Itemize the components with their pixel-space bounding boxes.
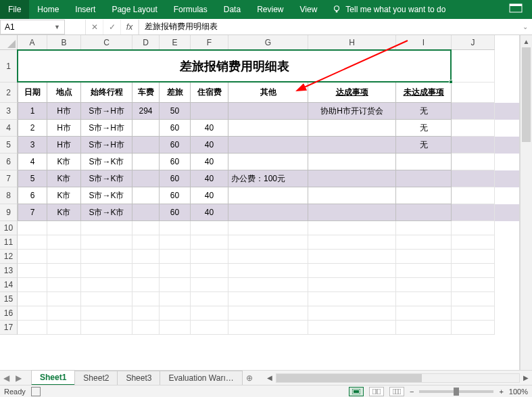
cell-j2[interactable] <box>452 83 495 103</box>
cell-blank[interactable] <box>18 321 47 335</box>
cell-blank[interactable] <box>18 264 47 278</box>
cell-blank[interactable] <box>47 264 81 278</box>
header-3[interactable]: 车费 <box>132 83 160 103</box>
row-header-2[interactable]: 2 <box>0 83 18 103</box>
header-0[interactable]: 日期 <box>18 83 47 103</box>
cell-blank[interactable] <box>452 278 495 292</box>
cell-blank[interactable] <box>452 292 495 306</box>
cell-blank[interactable] <box>81 250 132 264</box>
macro-record-icon[interactable] <box>31 387 41 396</box>
cell-blank[interactable] <box>132 264 160 278</box>
data-r6-c5[interactable]: 40 <box>191 187 228 204</box>
cell-blank[interactable] <box>308 292 396 306</box>
vertical-scroll-thumb[interactable] <box>522 47 531 142</box>
data-r2-c4[interactable]: 60 <box>160 120 191 137</box>
cell-blank[interactable] <box>47 292 81 306</box>
header-6[interactable]: 其他 <box>228 83 308 103</box>
ribbon-tab-insert[interactable]: Insert <box>67 0 103 19</box>
data-r3-c4[interactable]: 60 <box>160 137 191 154</box>
cell-blank[interactable] <box>191 264 228 278</box>
row-header-8[interactable]: 8 <box>0 187 18 204</box>
sheet-tab-sheet1[interactable]: Sheet1 <box>31 370 75 386</box>
view-normal-icon[interactable] <box>349 387 364 396</box>
data-r1-c7[interactable]: 协助H市开订货会 <box>308 103 396 120</box>
data-r2-c2[interactable]: S市→H市 <box>81 120 132 137</box>
cell-blank[interactable] <box>191 321 228 335</box>
cell-blank[interactable] <box>47 221 81 235</box>
cell-j3[interactable] <box>452 103 495 120</box>
cell-blank[interactable] <box>452 306 495 321</box>
cell-blank[interactable] <box>396 321 452 335</box>
data-r6-c8[interactable] <box>396 187 452 204</box>
cell-blank[interactable] <box>228 235 308 250</box>
data-r5-c7[interactable] <box>308 170 396 187</box>
view-pagebreak-icon[interactable] <box>389 387 404 396</box>
title-cell[interactable]: 差旅报销费用明细表 <box>18 50 452 83</box>
cell-blank[interactable] <box>160 250 191 264</box>
cell-blank[interactable] <box>452 235 495 250</box>
data-r3-c2[interactable]: S市→H市 <box>81 137 132 154</box>
cell-blank[interactable] <box>18 221 47 235</box>
row-header-9[interactable]: 9 <box>0 204 18 221</box>
header-5[interactable]: 住宿费 <box>191 83 228 103</box>
header-4[interactable]: 差旅 <box>160 83 191 103</box>
header-1[interactable]: 地点 <box>47 83 81 103</box>
data-r3-c8[interactable]: 无 <box>396 137 452 154</box>
cell-blank[interactable] <box>81 292 132 306</box>
column-header-C[interactable]: C <box>81 35 132 50</box>
column-header-J[interactable]: J <box>452 35 495 50</box>
vertical-scrollbar[interactable]: ▲ ▼ <box>520 35 532 379</box>
data-r3-c7[interactable] <box>308 137 396 154</box>
sheet-tab-sheet2[interactable]: Sheet2 <box>74 371 118 385</box>
data-r7-c5[interactable]: 40 <box>191 204 228 221</box>
ribbon-tab-pagelayout[interactable]: Page Layout <box>103 0 165 19</box>
cell-j1[interactable] <box>452 50 495 83</box>
column-header-F[interactable]: F <box>191 35 228 50</box>
row-header-12[interactable]: 12 <box>0 250 18 264</box>
cell-blank[interactable] <box>228 321 308 335</box>
sheet-tab-sheet3[interactable]: Sheet3 <box>117 371 160 385</box>
cell-blank[interactable] <box>81 264 132 278</box>
row-header-3[interactable]: 3 <box>0 103 18 120</box>
vertical-scroll-track[interactable] <box>521 47 532 367</box>
column-header-G[interactable]: G <box>228 35 308 50</box>
cell-blank[interactable] <box>228 306 308 321</box>
cell-blank[interactable] <box>191 221 228 235</box>
data-r3-c3[interactable] <box>132 137 160 154</box>
row-header-7[interactable]: 7 <box>0 170 18 187</box>
cell-blank[interactable] <box>228 264 308 278</box>
data-r4-c1[interactable]: K市 <box>47 154 81 170</box>
cell-blank[interactable] <box>81 321 132 335</box>
data-r7-c6[interactable] <box>228 204 308 221</box>
cell-blank[interactable] <box>132 250 160 264</box>
cell-blank[interactable] <box>228 221 308 235</box>
data-r4-c4[interactable]: 60 <box>160 154 191 170</box>
new-sheet-icon[interactable]: ⊕ <box>242 373 257 383</box>
cell-blank[interactable] <box>18 306 47 321</box>
data-r2-c8[interactable]: 无 <box>396 120 452 137</box>
data-r6-c3[interactable] <box>132 187 160 204</box>
cell-blank[interactable] <box>396 292 452 306</box>
cell-blank[interactable] <box>308 235 396 250</box>
data-r5-c1[interactable]: K市 <box>47 170 81 187</box>
horizontal-scroll-thumb[interactable] <box>276 374 422 382</box>
cell-blank[interactable] <box>81 306 132 321</box>
data-r6-c6[interactable] <box>228 187 308 204</box>
data-r3-c0[interactable]: 3 <box>18 137 47 154</box>
cell-blank[interactable] <box>160 292 191 306</box>
data-r1-c8[interactable]: 无 <box>396 103 452 120</box>
cell-blank[interactable] <box>18 278 47 292</box>
row-header-15[interactable]: 15 <box>0 292 18 306</box>
cell-blank[interactable] <box>132 221 160 235</box>
scroll-up-icon[interactable]: ▲ <box>521 35 532 47</box>
cell-j8[interactable] <box>452 187 495 204</box>
cell-blank[interactable] <box>452 221 495 235</box>
worksheet-grid[interactable]: ABCDEFGHIJ 1234567891011121314151617 差旅报… <box>0 35 520 379</box>
header-2[interactable]: 始终行程 <box>81 83 132 103</box>
ribbon-tab-data[interactable]: Data <box>216 0 249 19</box>
scroll-left-icon[interactable]: ◀ <box>264 374 276 381</box>
sheet-tab-evaluation[interactable]: Evaluation Warı… <box>160 371 242 385</box>
horizontal-scrollbar[interactable]: ◀ ▶ <box>264 373 532 383</box>
data-r5-c3[interactable] <box>132 170 160 187</box>
cell-blank[interactable] <box>191 278 228 292</box>
